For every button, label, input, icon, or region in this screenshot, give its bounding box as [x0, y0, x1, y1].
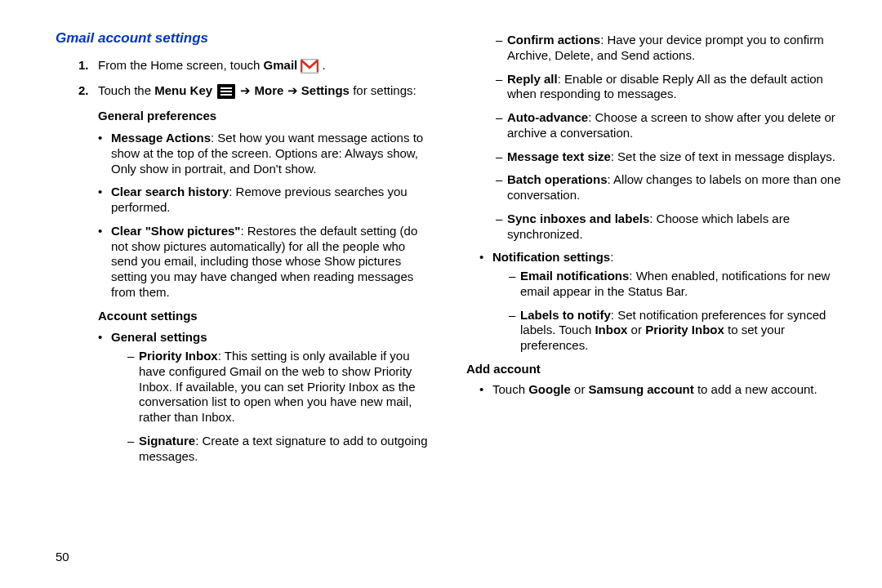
account-settings-heading: Account settings — [98, 309, 430, 324]
item-message-text-size: Message text size: Set the size of text … — [496, 149, 841, 165]
step-1: 1. From the Home screen, touch Gmail . — [78, 58, 430, 74]
step-2-e: for settings: — [350, 83, 416, 97]
item-message-actions: Message Actions: Set how you want messag… — [98, 131, 430, 176]
item-sync-inboxes: Sync inboxes and labels: Choose which la… — [496, 212, 841, 243]
page-columns: Gmail account settings 1. From the Home … — [0, 0, 882, 472]
item-signature: Signature: Create a text signature to ad… — [127, 434, 430, 465]
step-1-text-a: From the Home screen, touch — [98, 58, 264, 72]
step-2-menukey: Menu Key — [154, 83, 212, 97]
item-priority-inbox: Priority Inbox: This setting is only ava… — [127, 349, 430, 425]
account-settings-list: General settings Priority Inbox: This se… — [98, 330, 430, 464]
item-general-settings: General settings Priority Inbox: This se… — [98, 330, 430, 464]
step-1-gmail: Gmail — [264, 58, 298, 72]
item-reply-all: Reply all: Enable or disable Reply All a… — [496, 72, 841, 103]
item-add-account: Touch Google or Samsung account to add a… — [479, 382, 841, 398]
step-2: 2. Touch the Menu Key ➔ More ➔ Settings … — [78, 83, 430, 99]
general-preferences-list: Message Actions: Set how you want messag… — [98, 131, 430, 301]
step-2-settings: Settings — [301, 83, 350, 97]
item-email-notifications: Email notifications: When enabled, notif… — [509, 269, 841, 300]
item-batch-operations: Batch operations: Allow changes to label… — [496, 172, 841, 203]
add-account-heading: Add account — [466, 362, 841, 377]
menu-key-icon — [217, 84, 235, 99]
section-title: Gmail account settings — [56, 29, 430, 47]
step-2-more: More — [255, 83, 284, 97]
notification-sublist: Email notifications: When enabled, notif… — [509, 269, 841, 354]
gmail-icon — [301, 59, 318, 74]
page-number: 50 — [56, 550, 69, 565]
item-clear-show-pictures: Clear "Show pictures": Restores the defa… — [98, 224, 430, 301]
add-account-list: Touch Google or Samsung account to add a… — [479, 382, 841, 398]
item-auto-advance: Auto-advance: Choose a screen to show af… — [496, 110, 841, 141]
general-settings-sublist: Priority Inbox: This setting is only ava… — [127, 349, 430, 464]
general-settings-continued: Confirm actions: Have your device prompt… — [496, 33, 841, 242]
notification-settings-list: Notification settings: Email notificatio… — [479, 250, 841, 354]
item-confirm-actions: Confirm actions: Have your device prompt… — [496, 33, 841, 64]
left-column: Gmail account settings 1. From the Home … — [56, 29, 430, 472]
item-clear-search-history: Clear search history: Remove previous se… — [98, 185, 430, 216]
item-labels-to-notify: Labels to notify: Set notification prefe… — [509, 308, 841, 354]
arrow-1: ➔ — [240, 83, 254, 97]
item-notification-settings: Notification settings: Email notificatio… — [479, 250, 841, 354]
steps-list: 1. From the Home screen, touch Gmail . 2… — [78, 58, 430, 99]
general-preferences-heading: General preferences — [98, 109, 430, 124]
right-column: Confirm actions: Have your device prompt… — [466, 29, 841, 472]
step-2-a: Touch the — [98, 83, 154, 97]
arrow-2: ➔ — [283, 83, 301, 97]
